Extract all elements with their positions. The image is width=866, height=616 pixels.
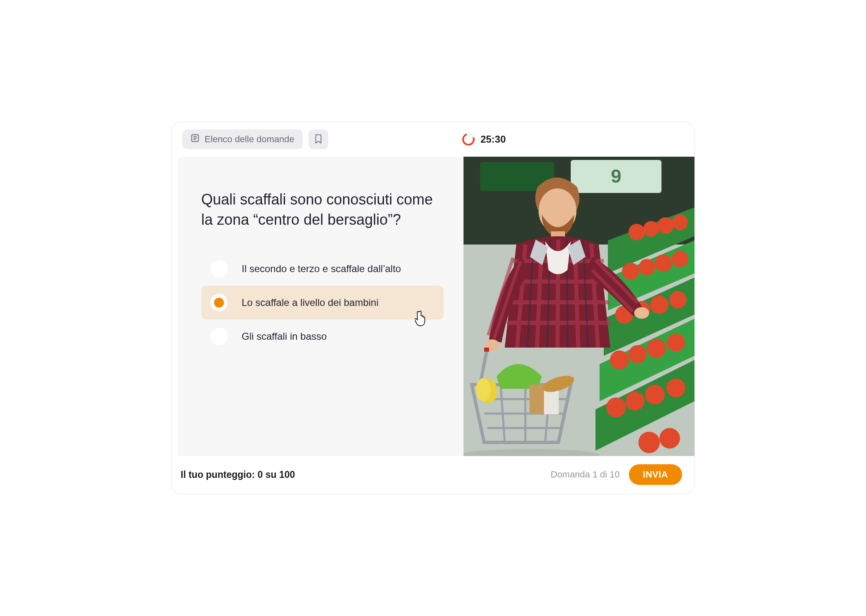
svg-point-31 — [626, 392, 645, 411]
question-list-button[interactable]: Elenco delle domande — [182, 129, 303, 149]
question-text: Quali scaffali sono conosciuti come la z… — [201, 190, 444, 230]
bottom-bar: Il tuo punteggio: 0 su 100 Domanda 1 di … — [172, 456, 694, 494]
svg-point-25 — [669, 291, 687, 308]
svg-point-35 — [659, 428, 680, 449]
question-list-label: Elenco delle domande — [205, 134, 294, 145]
svg-point-20 — [655, 254, 672, 272]
svg-point-32 — [645, 385, 665, 404]
answer-label: Il secondo e terzo e scaffale dall’alto — [242, 263, 401, 275]
bookmark-button[interactable] — [308, 129, 328, 149]
radio-icon — [210, 294, 228, 311]
svg-point-15 — [643, 221, 659, 237]
svg-point-16 — [657, 217, 674, 234]
submit-button[interactable]: INVIA — [629, 464, 682, 485]
answer-label: Gli scaffali in basso — [242, 331, 327, 342]
top-bar: Elenco delle domande 25:30 — [172, 122, 694, 157]
svg-point-29 — [667, 334, 685, 352]
answer-option-1[interactable]: Lo scaffale a livello dei bambini — [201, 286, 444, 320]
answer-option-0[interactable]: Il secondo e terzo e scaffale dall’alto — [201, 252, 444, 286]
content-area: Quali scaffali sono conosciuti come la z… — [172, 157, 694, 456]
radio-icon — [210, 260, 228, 277]
timer-spinner-icon — [460, 131, 477, 148]
timer: 25:30 — [462, 133, 506, 146]
svg-point-53 — [634, 307, 649, 319]
question-progress: Domanda 1 di 10 — [551, 469, 620, 480]
answers-list: Il secondo e terzo e scaffale dall’alto … — [201, 252, 444, 353]
svg-point-14 — [628, 224, 645, 240]
svg-point-66 — [476, 378, 491, 401]
svg-point-26 — [610, 350, 629, 369]
quiz-card: Elenco delle domande 25:30 Quali scaffal… — [171, 122, 695, 494]
svg-point-34 — [638, 432, 660, 453]
svg-point-19 — [639, 259, 655, 275]
svg-rect-68 — [544, 389, 559, 414]
radio-checked-icon — [214, 298, 224, 308]
svg-point-17 — [672, 214, 688, 230]
timer-value: 25:30 — [480, 134, 506, 145]
answer-option-2[interactable]: Gli scaffali in basso — [201, 320, 444, 353]
radio-icon — [210, 328, 228, 345]
list-icon — [191, 134, 200, 145]
svg-point-24 — [650, 296, 668, 314]
svg-text:9: 9 — [611, 165, 621, 187]
svg-point-33 — [666, 379, 685, 397]
question-image: 9 — [464, 157, 694, 456]
answer-label: Lo scaffale a livello dei bambini — [242, 297, 379, 308]
svg-rect-57 — [484, 348, 489, 352]
question-panel: Quali scaffali sono conosciuti come la z… — [177, 157, 464, 456]
bookmark-icon — [314, 134, 323, 146]
svg-point-28 — [647, 339, 666, 358]
svg-point-21 — [672, 251, 688, 267]
score-text: Il tuo punteggio: 0 su 100 — [181, 469, 295, 480]
svg-point-18 — [622, 263, 639, 280]
svg-point-30 — [606, 397, 626, 417]
svg-point-27 — [628, 345, 647, 363]
